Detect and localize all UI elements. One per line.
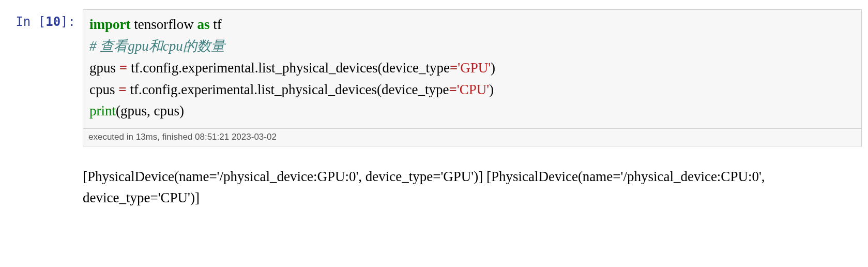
code-input-area[interactable]: import tensorflow as tf # 查看gpu和cpu的数量 g… <box>83 9 862 146</box>
keyword-as: as <box>197 17 209 32</box>
stdout-text: [PhysicalDevice(name='/physical_device:G… <box>83 166 858 210</box>
output-area: [PhysicalDevice(name='/physical_device:G… <box>83 166 862 210</box>
output-prompt-spacer <box>6 166 83 210</box>
input-cell: In [10]: import tensorflow as tf # 查看gpu… <box>6 9 862 146</box>
prompt-number: 10 <box>45 14 60 29</box>
comment-line: # 查看gpu和cpu的数量 <box>89 38 225 54</box>
execution-info: executed in 13ms, finished 08:51:21 2023… <box>83 128 861 145</box>
string-gpu: 'GPU' <box>458 60 491 76</box>
string-cpu: 'CPU' <box>457 82 489 97</box>
builtin-print: print <box>89 103 116 118</box>
input-prompt: In [10]: <box>6 9 83 32</box>
prompt-label: In <box>16 14 31 29</box>
keyword-import: import <box>89 17 130 32</box>
code-block[interactable]: import tensorflow as tf # 查看gpu和cpu的数量 g… <box>89 14 855 122</box>
output-cell: [PhysicalDevice(name='/physical_device:G… <box>6 166 862 210</box>
